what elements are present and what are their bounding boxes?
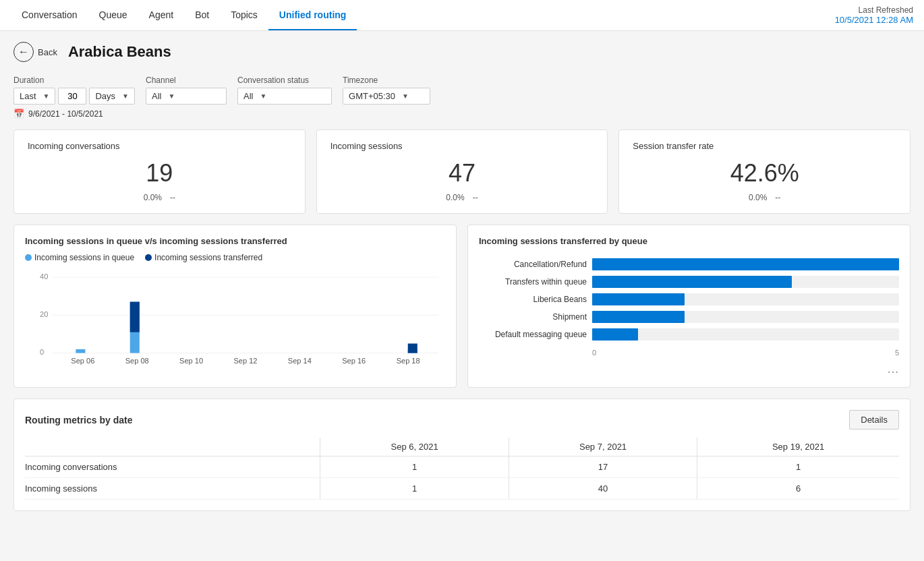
date-range: 📅 9/6/2021 - 10/5/2021 <box>13 109 911 119</box>
table-section-title: Routing metrics by date <box>25 415 132 425</box>
chevron-down-icon: ▼ <box>402 92 409 100</box>
svg-text:Sep 08: Sep 08 <box>125 357 149 365</box>
chevron-down-icon: ▼ <box>43 92 50 100</box>
duration-unit-select[interactable]: Days ▼ <box>89 88 135 105</box>
metric-sub: 0.0% -- <box>28 193 291 202</box>
svg-text:Sep 12: Sep 12 <box>233 357 257 365</box>
svg-text:Sep 18: Sep 18 <box>397 357 420 365</box>
row-val-0-2: 1 <box>697 456 899 478</box>
metric-cards: Incoming conversations 19 0.0% -- Incomi… <box>13 129 911 214</box>
hbar-row-1: Transfers within queue <box>479 276 899 288</box>
table-header-row: Routing metrics by date Details <box>25 410 899 430</box>
legend-dot-in-queue <box>25 254 32 261</box>
legend: Incoming sessions in queue Incoming sess… <box>25 253 445 262</box>
col-header-0 <box>25 438 320 456</box>
row-label-1: Incoming sessions <box>25 478 320 500</box>
metric-title: Session transfer rate <box>633 141 896 151</box>
metric-pct: 0.0% <box>749 193 767 202</box>
hbar-fill-1 <box>592 276 792 288</box>
duration-preset-select[interactable]: Last ▼ <box>13 88 55 105</box>
timezone-label: Timezone <box>343 76 430 85</box>
chevron-down-icon: ▼ <box>260 92 266 100</box>
hbar-row-0: Cancellation/Refund <box>479 258 899 270</box>
hbar-label-1: Transfers within queue <box>479 277 587 287</box>
filters: Duration Last ▼ Days ▼ Channel All ▼ Co <box>13 76 911 105</box>
back-circle-icon: ← <box>13 42 34 62</box>
bar-chart-svg: 40 20 0 Sep 06 Sep 08 <box>25 268 445 369</box>
hbar-label-3: Shipment <box>479 312 587 322</box>
last-refreshed: Last Refreshed 10/5/2021 12:28 AM <box>835 5 913 25</box>
hbar-axis-0: 0 <box>592 349 596 357</box>
svg-rect-6 <box>76 349 85 353</box>
duration-value-input[interactable] <box>58 88 86 105</box>
timezone-select[interactable]: GMT+05:30 ▼ <box>343 88 430 105</box>
svg-text:0: 0 <box>40 349 44 357</box>
hbar-label-2: Liberica Beans <box>479 295 587 304</box>
tab-queue[interactable]: Queue <box>88 0 138 30</box>
tab-agent[interactable]: Agent <box>138 0 185 30</box>
chevron-down-icon: ▼ <box>122 92 129 100</box>
channel-filter: Channel All ▼ <box>146 76 227 105</box>
metric-value: 42.6% <box>633 159 896 187</box>
back-button[interactable]: ← Back <box>13 42 57 62</box>
timezone-filter: Timezone GMT+05:30 ▼ <box>343 76 430 105</box>
legend-label-in-queue: Incoming sessions in queue <box>34 253 134 262</box>
svg-text:Sep 06: Sep 06 <box>71 357 94 365</box>
duration-row: Last ▼ Days ▼ <box>13 88 135 105</box>
tab-bot[interactable]: Bot <box>184 0 220 30</box>
hbar-fill-3 <box>592 311 685 323</box>
svg-text:40: 40 <box>40 272 48 280</box>
metric-dash: -- <box>473 193 478 202</box>
page-title: Arabica Beans <box>68 43 171 61</box>
metric-title: Incoming conversations <box>28 141 291 151</box>
bar-chart-title: Incoming sessions in queue v/s incoming … <box>25 236 445 246</box>
refresh-date: 10/5/2021 12:28 AM <box>835 15 913 25</box>
metric-dash: -- <box>170 193 175 202</box>
duration-filter: Duration Last ▼ Days ▼ <box>13 76 135 105</box>
hbar-track-1 <box>592 276 899 288</box>
status-filter: Conversation status All ▼ <box>237 76 332 105</box>
metrics-table: Sep 6, 2021 Sep 7, 2021 Sep 19, 2021 Inc… <box>25 438 899 500</box>
metric-value: 19 <box>28 159 291 187</box>
back-label: Back <box>38 47 57 57</box>
date-range-text: 9/6/2021 - 10/5/2021 <box>28 109 103 119</box>
metric-card-transfer-rate: Session transfer rate 42.6% 0.0% -- <box>618 129 911 214</box>
svg-rect-10 <box>408 344 417 353</box>
metric-dash: -- <box>775 193 780 202</box>
hbar-row-2: Liberica Beans <box>479 293 899 305</box>
more-options-button[interactable]: … <box>479 362 899 376</box>
hbar-fill-2 <box>592 293 685 305</box>
legend-item-in-queue: Incoming sessions in queue <box>25 253 134 262</box>
tab-unified-routing[interactable]: Unified routing <box>268 0 357 30</box>
status-label: Conversation status <box>237 76 332 85</box>
svg-text:20: 20 <box>40 310 48 318</box>
calendar-icon: 📅 <box>13 109 24 119</box>
metric-title: Incoming sessions <box>330 141 594 151</box>
hbar-row-4: Default messaging queue <box>479 328 899 341</box>
main-content: ← Back Arabica Beans Duration Last ▼ Day… <box>0 31 924 522</box>
metric-pct: 0.0% <box>144 193 162 202</box>
metric-card-sessions: Incoming sessions 47 0.0% -- <box>316 129 608 214</box>
hbar-fill-0 <box>592 258 899 270</box>
col-header-3: Sep 19, 2021 <box>697 438 899 456</box>
hbar-row-3: Shipment <box>479 311 899 323</box>
duration-label: Duration <box>13 76 135 85</box>
row-val-1-1: 40 <box>509 478 697 500</box>
row-val-1-2: 6 <box>697 478 899 500</box>
tab-topics[interactable]: Topics <box>220 0 268 30</box>
legend-dot-transferred <box>145 254 152 261</box>
tab-conversation[interactable]: Conversation <box>11 0 88 30</box>
hbar-label-0: Cancellation/Refund <box>479 260 587 269</box>
legend-item-transferred: Incoming sessions transferred <box>145 253 262 262</box>
status-select[interactable]: All ▼ <box>237 88 332 105</box>
legend-label-transferred: Incoming sessions transferred <box>154 253 262 262</box>
channel-select[interactable]: All ▼ <box>146 88 227 105</box>
refresh-label: Last Refreshed <box>835 5 913 15</box>
hbar-track-0 <box>592 258 899 270</box>
metric-pct: 0.0% <box>446 193 464 202</box>
hbar-track-4 <box>592 328 899 341</box>
table-header: Sep 6, 2021 Sep 7, 2021 Sep 19, 2021 <box>25 438 899 456</box>
details-button[interactable]: Details <box>849 410 899 430</box>
svg-text:Sep 10: Sep 10 <box>179 357 203 365</box>
row-val-1-0: 1 <box>320 478 509 500</box>
